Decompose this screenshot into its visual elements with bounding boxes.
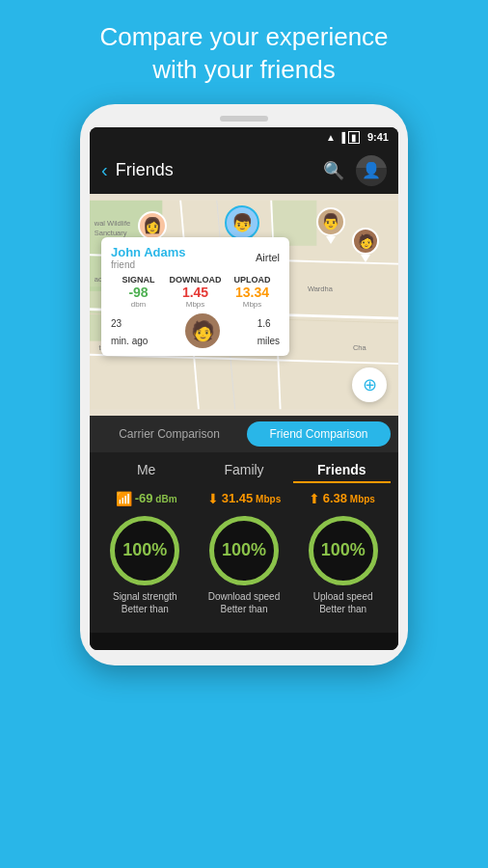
avatar[interactable]: 👤 xyxy=(356,155,387,186)
popup-dist-unit: miles xyxy=(258,336,280,346)
circle-signal: 100% Signal strength Better than xyxy=(97,516,193,615)
popup-relation: friend xyxy=(111,259,186,270)
map-area: wal Wildlife Sanctuary aon Nagp Wardha t… xyxy=(90,194,398,416)
comparison-area: Me Family Friends 📶 -69 dBm ⬇ 31.45 Mbps… xyxy=(90,452,398,633)
circle-upload-desc1: Upload speed xyxy=(313,590,373,603)
circle-signal-desc2: Better than xyxy=(122,603,169,615)
circle-download: 100% Download speed Better than xyxy=(197,516,292,615)
popup-time-val: 23 xyxy=(111,318,122,329)
metric-download: ⬇ 31.45 Mbps xyxy=(195,491,292,506)
popup-avatar: 🧑 xyxy=(185,313,220,348)
upload-unit: Mbps xyxy=(225,300,280,309)
popup-name: John Adams xyxy=(111,245,186,259)
bottom-bar xyxy=(90,633,398,650)
upload-metric-val: 6.38 Mbps xyxy=(323,491,375,505)
signal-label: SIGNAL xyxy=(111,275,166,285)
popup-time-unit: min. ago xyxy=(111,336,148,346)
svg-text:Sanctuary: Sanctuary xyxy=(95,228,127,236)
download-label: DOWNLOAD xyxy=(168,275,223,285)
tabs-bar: Carrier Comparison Friend Comparison xyxy=(90,416,398,452)
headline-line2: with your friends xyxy=(152,55,335,84)
header-title: Friends xyxy=(116,160,315,180)
col-family-label: Family xyxy=(195,462,292,483)
info-popup: John Adams friend Airtel SIGNAL -98 dbm … xyxy=(101,237,289,356)
signal-bars-icon: ▐ xyxy=(339,132,345,143)
download-unit: Mbps xyxy=(168,300,223,309)
download-metric-icon: ⬇ xyxy=(207,491,219,506)
svg-text:wal Wildlife: wal Wildlife xyxy=(94,219,131,228)
circle-upload-pct: 100% xyxy=(321,540,366,560)
upload-label: UPLOAD xyxy=(225,275,280,285)
col-me-label: Me xyxy=(97,462,195,483)
search-icon[interactable]: 🔍 xyxy=(323,160,344,181)
col-friends-label: Friends xyxy=(293,462,391,483)
carrier-comparison-tab[interactable]: Carrier Comparison xyxy=(97,421,241,447)
circle-signal-desc1: Signal strength xyxy=(113,590,177,603)
headline-line1: Compare your experience xyxy=(99,22,388,51)
svg-text:Wardha: Wardha xyxy=(308,284,334,292)
status-bar: ▲ ▐ ▮ 9:41 xyxy=(90,127,398,148)
wifi-icon: ▲ xyxy=(326,132,336,143)
circle-download-pct: 100% xyxy=(222,540,266,560)
battery-icon: ▮ xyxy=(348,131,360,144)
circle-download-desc1: Download speed xyxy=(208,590,281,603)
phone-wrapper: ▲ ▐ ▮ 9:41 ‹ Friends 🔍 👤 xyxy=(80,104,408,665)
popup-dist-val: 1.6 xyxy=(258,318,271,329)
headline: Compare your experience with your friend… xyxy=(61,0,426,104)
popup-carrier: Airtel xyxy=(256,252,280,263)
app-header: ‹ Friends 🔍 👤 xyxy=(90,148,398,194)
upload-value: 13.34 xyxy=(225,285,280,300)
friend-comparison-tab[interactable]: Friend Comparison xyxy=(247,421,391,447)
metric-upload: ⬆ 6.38 Mbps xyxy=(293,491,391,506)
circle-download-desc2: Better than xyxy=(221,603,268,615)
map-pin-male2[interactable]: 👨 xyxy=(316,207,345,244)
signal-value: -98 xyxy=(111,285,166,300)
signal-unit: dbm xyxy=(111,300,166,309)
download-metric-val: 31.45 Mbps xyxy=(222,491,281,505)
circle-signal-pct: 100% xyxy=(122,540,167,560)
signal-metric-val: -69 dBm xyxy=(135,491,177,505)
phone-screen: ▲ ▐ ▮ 9:41 ‹ Friends 🔍 👤 xyxy=(90,127,398,650)
metric-signal: 📶 -69 dBm xyxy=(97,491,195,506)
circle-upload-desc2: Better than xyxy=(319,603,366,615)
location-button[interactable]: ⊕ xyxy=(352,367,387,402)
status-time: 9:41 xyxy=(367,131,389,143)
back-button[interactable]: ‹ xyxy=(101,159,108,181)
svg-text:Cha: Cha xyxy=(353,343,367,352)
download-value: 1.45 xyxy=(168,285,223,300)
signal-metric-icon: 📶 xyxy=(116,491,132,506)
map-pin-male3[interactable]: 🧑 xyxy=(352,228,379,262)
circle-upload: 100% Upload speed Better than xyxy=(295,516,391,615)
upload-metric-icon: ⬆ xyxy=(309,491,320,506)
